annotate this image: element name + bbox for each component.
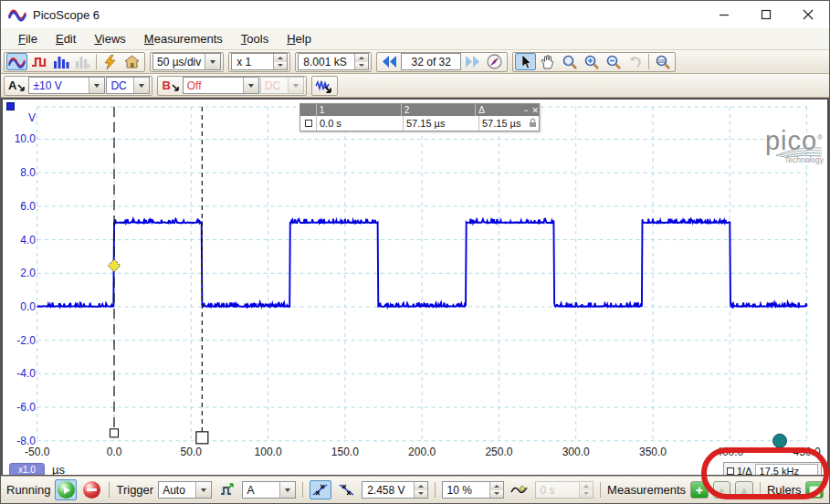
menu-tools[interactable]: Tools — [233, 29, 277, 48]
channel-a-coupling-select[interactable]: DC — [106, 77, 150, 94]
channel-a-axis-indicator[interactable] — [6, 102, 15, 110]
scope-view-button[interactable] — [6, 53, 27, 70]
ruler1-value: 0.0 s — [316, 116, 403, 131]
post-trigger-spinner: 0 s — [535, 481, 594, 499]
add-measurement-button[interactable]: + — [690, 481, 709, 499]
channel-a-range-select[interactable]: ±10 V — [28, 77, 105, 94]
svg-text:8.0: 8.0 — [20, 166, 36, 179]
svg-text:450.0: 450.0 — [793, 446, 821, 458]
channel-toolbar: A ±10 V DC B Off DC — [1, 74, 829, 98]
close-icon[interactable] — [787, 1, 829, 28]
frequency-legend-checkbox[interactable] — [727, 467, 734, 475]
maximize-icon[interactable] — [745, 1, 787, 28]
normal-cursor-button[interactable] — [515, 53, 536, 70]
home-icon — [124, 55, 140, 68]
svg-text:350.0: 350.0 — [639, 446, 667, 458]
axis-zoom-badge[interactable]: x1.0 — [9, 463, 45, 477]
channel-b-label: B — [160, 79, 181, 92]
svg-text:200.0: 200.0 — [408, 446, 436, 458]
pan-tool-button[interactable] — [537, 53, 558, 70]
channel-a-coupling-value: DC — [107, 79, 133, 92]
falling-edge-button[interactable] — [336, 480, 358, 499]
stop-button[interactable] — [81, 479, 103, 500]
running-status: Running — [6, 483, 50, 497]
start-button[interactable] — [55, 479, 77, 500]
menu-file[interactable]: File — [10, 29, 46, 48]
svg-text:0.0: 0.0 — [20, 300, 36, 313]
menu-edit[interactable]: Edit — [47, 29, 84, 48]
channel-a-probe-icon — [17, 84, 26, 92]
persistence-view-button[interactable] — [28, 53, 49, 70]
zoom-factor-spinner[interactable]: x 1 — [231, 53, 288, 70]
home-button[interactable] — [121, 53, 142, 70]
samples-spinner[interactable]: 8.001 kS — [298, 53, 369, 70]
pre-trigger-spinner[interactable]: 10 % — [442, 481, 505, 499]
chevron-down-icon — [133, 78, 149, 93]
ruler1-header: 1 — [316, 104, 401, 116]
svg-text:2.0: 2.0 — [20, 267, 36, 279]
ruler-row-checkbox[interactable] — [305, 120, 312, 127]
rulers-toggle-button[interactable]: ▦ — [805, 481, 824, 499]
panel-minimize-icon[interactable]: − — [523, 106, 528, 115]
prev-buffer-button[interactable] — [379, 53, 400, 70]
awg-button[interactable] — [314, 77, 335, 94]
trigger-time-offset-button[interactable] — [509, 480, 531, 499]
ruler-delta-value: 57.15 µs — [478, 116, 526, 131]
minimize-icon[interactable] — [703, 1, 745, 28]
svg-text:300.0: 300.0 — [562, 446, 590, 458]
next-buffer-button[interactable] — [462, 53, 483, 70]
auto-setup-button[interactable] — [100, 53, 121, 70]
channel-b-coupling-value: DC — [261, 79, 288, 92]
menu-help[interactable]: Help — [278, 29, 320, 48]
chevron-down-icon — [279, 482, 295, 498]
ruler2-value: 57.15 µs — [403, 116, 478, 131]
pico-technology-logo: pico® Technology — [721, 126, 824, 168]
cursor-arrow-icon — [520, 55, 531, 69]
delta-header: Δ — [475, 104, 521, 116]
buffer-nav-box[interactable]: 32 of 32 — [401, 53, 461, 70]
scope-view-icon — [8, 56, 26, 68]
zoom-100-icon: 100 — [656, 55, 670, 69]
window-title: PicoScope 6 — [33, 8, 703, 22]
double-left-arrow-icon — [382, 56, 397, 68]
menu-views[interactable]: Views — [86, 29, 133, 48]
zoom-100-button[interactable]: 100 — [652, 53, 673, 70]
lock-icon[interactable] — [529, 118, 537, 128]
trigger-mode-value: Auto — [159, 484, 195, 497]
trigger-level-spinner[interactable]: 2.458 V — [362, 481, 427, 499]
trigger-mode-select[interactable]: Auto — [158, 481, 212, 499]
svg-text:-50.0: -50.0 — [25, 446, 50, 458]
panel-close-icon[interactable]: ✕ — [531, 106, 539, 115]
awg-icon — [315, 79, 333, 93]
trigger-label: Trigger — [116, 483, 153, 497]
goto-buffer-button[interactable] — [484, 53, 505, 70]
trigger-offset-icon — [510, 483, 528, 497]
zoom-in-button[interactable] — [581, 53, 602, 70]
waveform-plot[interactable]: V10.08.06.04.02.00.0-2.0-4.0-6.0-8.0-50.… — [3, 100, 829, 475]
rising-edge-button[interactable] — [310, 480, 331, 499]
edit-measurement-button: ▪ — [713, 481, 731, 499]
svg-text:50.0: 50.0 — [181, 446, 203, 458]
frequency-legend[interactable]: 1/Δ 17.5 kHz — [723, 462, 822, 477]
hand-icon — [541, 55, 554, 69]
start-icon — [58, 481, 75, 499]
x-axis-badge: x1.0 µs — [9, 463, 65, 477]
svg-text:400.0: 400.0 — [716, 446, 743, 458]
falling-edge-icon — [339, 483, 354, 497]
trigger-source-select[interactable]: A — [242, 481, 296, 499]
scope-display[interactable]: V10.08.06.04.02.00.0-2.0-4.0-6.0-8.0-50.… — [1, 98, 829, 477]
svg-text:6.0: 6.0 — [20, 200, 36, 213]
pico-wave-icon — [776, 144, 822, 157]
ruler-values-panel[interactable]: 1 2 Δ − ✕ 0.0 s 57.15 µs 57.15 µs — [299, 103, 540, 131]
rulers-label: Rulers — [767, 483, 802, 497]
menu-measurements[interactable]: Measurements — [136, 29, 231, 48]
advanced-trigger-button[interactable] — [216, 480, 238, 499]
spectrum-view-button[interactable] — [50, 53, 71, 70]
channel-b-range-select[interactable]: Off — [183, 77, 259, 94]
delete-measurement-button: ▴ — [735, 481, 753, 499]
svg-text:250.0: 250.0 — [485, 446, 512, 458]
timebase-select[interactable]: 50 µs/div — [152, 53, 221, 70]
marquee-zoom-button[interactable]: ⬚ — [559, 53, 580, 70]
stop-icon — [83, 481, 100, 499]
zoom-out-button[interactable] — [603, 53, 624, 70]
